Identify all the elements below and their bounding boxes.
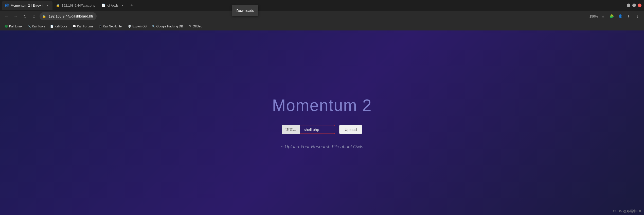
address-bar: ← → ↻ ⌂ 🔒 150% ☆ 🧩 👤 ⬇ ⋮ <box>0 11 644 22</box>
tab-favicon-1: 🌀 <box>5 4 9 7</box>
tab-bar: 🌀 Momentum 2 | Enjoy it ✕ 🔒 192.168.9.44… <box>0 0 644 11</box>
tab-momentum[interactable]: 🌀 Momentum 2 | Enjoy it ✕ <box>2 1 52 10</box>
downloads-panel: Downloads <box>232 5 258 16</box>
win-maximize[interactable] <box>632 4 636 7</box>
downloads-label: Downloads <box>236 9 254 13</box>
bookmark-kali-docs[interactable]: 📄 Kali Docs <box>48 24 69 29</box>
bookmark-kali-nethunter[interactable]: 📱 Kali NetHunter <box>96 24 125 29</box>
bookmark-exploit-db-label: Exploit-DB <box>132 25 147 28</box>
bookmark-google-hacking-label: Google Hacking DB <box>156 25 183 28</box>
lock-icon: 🔒 <box>42 14 46 18</box>
bookmark-kali-forums[interactable]: 💬 Kali Forums <box>70 24 95 29</box>
tab-ajax[interactable]: 🔒 192.168.9.44//ajax.php <box>53 1 98 10</box>
google-hacking-favicon: 🔍 <box>152 25 155 28</box>
win-minimize[interactable] <box>627 4 630 7</box>
tab-label-3: of /owls <box>107 4 118 7</box>
tab-label-1: Momentum 2 | Enjoy it <box>11 4 43 7</box>
page-title: Momentum 2 <box>272 96 372 115</box>
account-button[interactable]: 👤 <box>617 13 624 20</box>
toolbar-right: 150% ☆ 🧩 👤 ⬇ ⋮ <box>589 13 641 20</box>
tab-owls[interactable]: 📄 of /owls ✕ <box>99 1 128 10</box>
bookmark-kali-docs-label: Kali Docs <box>55 25 67 28</box>
main-content: Momentum 2 浏览... shell.php Upload ~ Uplo… <box>0 30 644 215</box>
tab-close-1[interactable]: ✕ <box>45 3 49 7</box>
kali-nethunter-favicon: 📱 <box>98 25 102 28</box>
exploit-db-favicon: 💀 <box>128 25 131 28</box>
back-button[interactable]: ← <box>3 13 10 20</box>
bookmark-kali-linux-label: Kali Linux <box>9 25 22 28</box>
upload-form: 浏览... shell.php Upload <box>282 125 362 134</box>
kali-docs-favicon: 📄 <box>50 25 53 28</box>
offsec-favicon: 🛡 <box>188 25 192 28</box>
file-input-wrapper: 浏览... shell.php <box>282 125 335 134</box>
download-button[interactable]: ⬇ <box>625 13 632 20</box>
new-tab-button[interactable]: + <box>128 2 135 9</box>
bookmark-offsec[interactable]: 🛡 OffSec <box>186 24 204 29</box>
home-button[interactable]: ⌂ <box>30 13 38 20</box>
watermark: CSDN @郑居中3.0 <box>613 209 641 213</box>
file-name-display: shell.php <box>300 125 335 134</box>
forward-button[interactable]: → <box>12 13 19 20</box>
menu-button[interactable]: ⋮ <box>634 13 641 20</box>
kali-forums-favicon: 💬 <box>73 25 76 28</box>
window-controls <box>627 4 644 7</box>
bookmark-kali-nethunter-label: Kali NetHunter <box>103 25 123 28</box>
tab-label-2: 192.168.9.44//ajax.php <box>62 4 95 7</box>
bookmark-exploit-db[interactable]: 💀 Exploit-DB <box>126 24 149 29</box>
browser-chrome: 🌀 Momentum 2 | Enjoy it ✕ 🔒 192.168.9.44… <box>0 0 644 30</box>
bookmark-kali-tools-label: Kali Tools <box>32 25 45 28</box>
zoom-level: 150% <box>589 14 598 18</box>
tab-close-3[interactable]: ✕ <box>120 3 124 7</box>
bookmark-star-button[interactable]: ☆ <box>599 13 606 20</box>
bookmarks-bar: 🐉 Kali Linux 🔧 Kali Tools 📄 Kali Docs 💬 … <box>0 22 644 30</box>
kali-linux-favicon: 🐉 <box>5 25 8 28</box>
tab-favicon-3: 📄 <box>102 4 105 7</box>
bookmark-kali-tools[interactable]: 🔧 Kali Tools <box>25 24 47 29</box>
bookmark-kali-forums-label: Kali Forums <box>77 25 93 28</box>
bookmark-kali-linux[interactable]: 🐉 Kali Linux <box>3 24 24 29</box>
page-subtitle: ~ Upload Your Research File about Owls <box>281 144 363 150</box>
browse-button[interactable]: 浏览... <box>282 125 300 134</box>
bookmark-offsec-label: OffSec <box>193 25 202 28</box>
win-close[interactable] <box>638 4 641 7</box>
upload-button[interactable]: Upload <box>339 125 362 134</box>
tab-favicon-2: 🔒 <box>56 4 60 7</box>
kali-tools-favicon: 🔧 <box>27 25 31 28</box>
extensions-button[interactable]: 🧩 <box>608 13 615 20</box>
url-input[interactable] <box>40 12 97 20</box>
refresh-button[interactable]: ↻ <box>21 13 28 20</box>
bookmark-google-hacking[interactable]: 🔍 Google Hacking DB <box>150 24 185 29</box>
